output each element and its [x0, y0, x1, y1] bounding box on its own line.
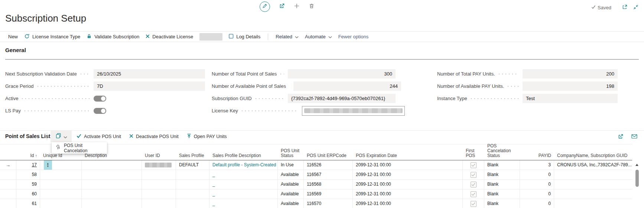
- table-row[interactable]: →17⋮DEFAULTDefault profile - System-Crea…: [0, 160, 632, 170]
- cell-pos_unit_erpcode[interactable]: 116570: [304, 199, 353, 208]
- table-row[interactable]: 59_Available1165682099-12-31 00:00Blank0: [0, 180, 632, 189]
- cell-sales_profile_description[interactable]: _: [209, 170, 278, 180]
- sales-profile-description-link[interactable]: _: [212, 191, 215, 196]
- open-pay-units-button[interactable]: Open PAY Units: [187, 134, 227, 140]
- cell-description[interactable]: [82, 180, 142, 189]
- cell-description[interactable]: [82, 160, 142, 170]
- column-header-sales_profile[interactable]: Sales Profile: [176, 153, 209, 160]
- collapse-button[interactable]: [633, 4, 639, 12]
- cell-user_id[interactable]: [142, 170, 176, 180]
- cell-selector[interactable]: [0, 189, 16, 199]
- column-header-company[interactable]: CompanyName, Subscription GUID: [554, 153, 632, 160]
- column-header-pos_unit_erpcode[interactable]: POS Unit ERPCode: [304, 153, 353, 160]
- share-list-button[interactable]: [618, 134, 624, 141]
- edit-button[interactable]: [260, 1, 270, 12]
- share-button[interactable]: [279, 1, 285, 12]
- cell-sales_profile_description[interactable]: Default profile - System-Created: [209, 160, 278, 170]
- sales-profile-description-link[interactable]: _: [212, 201, 215, 206]
- cell-payid[interactable]: 0: [520, 189, 554, 199]
- menu-related[interactable]: Related: [276, 34, 299, 39]
- field-value-subscription-guid[interactable]: {7392ca2f-7892-4d49-969a-0570eb070261}: [288, 94, 396, 103]
- cell-sales_profile[interactable]: [176, 199, 209, 208]
- action-validate-subscription[interactable]: Validate Subscription: [87, 33, 139, 40]
- cell-pos_cancelation_status[interactable]: Blank: [484, 170, 520, 180]
- cell-first_pos[interactable]: [463, 170, 484, 180]
- cell-company[interactable]: CRONUS USA, Inc.,7392CA2F-789...: [554, 160, 632, 170]
- scrollbar-up-arrow-icon[interactable]: [635, 164, 638, 166]
- action-deactivate-license[interactable]: Deactivate License: [146, 34, 193, 39]
- cell-selector[interactable]: [0, 199, 16, 208]
- cell-first_pos[interactable]: [463, 180, 484, 189]
- cell-context-menu-button[interactable]: ⋮: [44, 160, 52, 170]
- menu-automate[interactable]: Automate: [305, 34, 332, 39]
- column-header-unique_id[interactable]: Unique Id: [40, 153, 82, 160]
- cell-pos_expiration_date[interactable]: 2099-12-31 00:00: [353, 160, 463, 170]
- cell-selector[interactable]: →: [0, 160, 16, 170]
- column-header-pos_unit_status[interactable]: POS Unit Status: [278, 148, 304, 160]
- cell-payid[interactable]: 0: [520, 170, 554, 180]
- cell-description[interactable]: [82, 199, 142, 208]
- toggle-ls-pay[interactable]: [94, 108, 106, 114]
- cell-selector[interactable]: [0, 170, 16, 180]
- cell-id[interactable]: 17: [16, 160, 40, 170]
- cell-first_pos[interactable]: [463, 160, 484, 170]
- cell-payid[interactable]: 0: [520, 199, 554, 208]
- cell-pos_expiration_date[interactable]: 2099-12-31 00:00: [353, 170, 463, 180]
- cell-sales_profile[interactable]: [176, 180, 209, 189]
- cell-sales_profile_description[interactable]: _: [209, 199, 278, 208]
- cell-sales_profile[interactable]: [176, 170, 209, 180]
- pos-actions-dropdown[interactable]: [51, 131, 72, 142]
- field-input-license-key[interactable]: [302, 106, 405, 116]
- cell-id[interactable]: 60: [16, 189, 40, 199]
- cell-pos_unit_erpcode[interactable]: 116568: [304, 180, 353, 189]
- redacted-action[interactable]: [199, 33, 222, 41]
- cell-user_id[interactable]: [142, 199, 176, 208]
- column-header-pos_cancelation_status[interactable]: POS Cancelation Status: [484, 143, 520, 160]
- field-value-number-of-available-point-of-sales[interactable]: 244: [293, 81, 401, 91]
- cell-company[interactable]: [554, 189, 632, 199]
- action-license-instance-type[interactable]: License Instance Type: [24, 33, 80, 40]
- cell-unique_id[interactable]: [40, 170, 82, 180]
- activate-pos-unit-button[interactable]: Activate POS Unit: [77, 134, 121, 139]
- cell-pos_unit_status[interactable]: Available: [278, 189, 304, 199]
- popout-button[interactable]: [622, 4, 628, 12]
- column-header-sales_profile_description[interactable]: Sales Profile Description: [209, 153, 278, 160]
- cell-first_pos[interactable]: [463, 199, 484, 208]
- cell-pos_cancelation_status[interactable]: Blank: [484, 180, 520, 189]
- menu-item-pos-unit-cancelation[interactable]: POS Unit Cancelation: [52, 142, 107, 154]
- table-row[interactable]: 60_Available1165692099-12-31 00:00Blank0: [0, 189, 632, 199]
- cell-id[interactable]: 61: [16, 199, 40, 208]
- cell-sales_profile_description[interactable]: _: [209, 180, 278, 189]
- field-value-next-subscription-validation-date[interactable]: 26/10/2025: [94, 69, 205, 79]
- column-header-pos_expiration_date[interactable]: POS Expiration Date: [353, 153, 463, 160]
- column-header-payid[interactable]: PAYID: [520, 153, 554, 160]
- cell-pos_expiration_date[interactable]: 2099-12-31 00:00: [353, 180, 463, 189]
- pos-unit-id-link[interactable]: 17: [32, 162, 37, 167]
- email-list-button[interactable]: [631, 134, 637, 140]
- sales-profile-description-link[interactable]: _: [212, 182, 215, 187]
- cell-selector[interactable]: [0, 180, 16, 189]
- cell-description[interactable]: [82, 189, 142, 199]
- cell-pos_unit_status[interactable]: In Use: [278, 160, 304, 170]
- column-header-first_pos[interactable]: First POS: [463, 148, 484, 160]
- cell-pos_unit_status[interactable]: Available: [278, 199, 304, 208]
- field-value-number-of-total-pay-units[interactable]: 200: [523, 69, 618, 79]
- toggle-active[interactable]: [94, 96, 106, 102]
- cell-sales_profile[interactable]: [176, 189, 209, 199]
- field-value-grace-period[interactable]: 7D: [94, 81, 205, 91]
- cell-user_id[interactable]: [142, 160, 176, 170]
- cell-id[interactable]: 58: [16, 170, 40, 180]
- action-log-details[interactable]: Log Details: [229, 34, 260, 40]
- cell-company[interactable]: [554, 199, 632, 208]
- cell-pos_cancelation_status[interactable]: Blank: [484, 160, 520, 170]
- field-value-number-of-available-pay-units[interactable]: 198: [523, 81, 618, 91]
- table-row[interactable]: 61_Available1165702099-12-31 00:00Blank0: [0, 199, 632, 208]
- cell-unique_id[interactable]: [40, 199, 82, 208]
- cell-pos_unit_erpcode[interactable]: 116526: [304, 160, 353, 170]
- column-header-user_id[interactable]: User ID: [142, 153, 176, 160]
- cell-description[interactable]: [82, 170, 142, 180]
- cell-first_pos[interactable]: [463, 189, 484, 199]
- field-value-number-of-total-point-of-sales[interactable]: 300: [288, 69, 396, 79]
- fewer-options[interactable]: Fewer options: [338, 34, 369, 39]
- vertical-scrollbar[interactable]: [634, 162, 640, 206]
